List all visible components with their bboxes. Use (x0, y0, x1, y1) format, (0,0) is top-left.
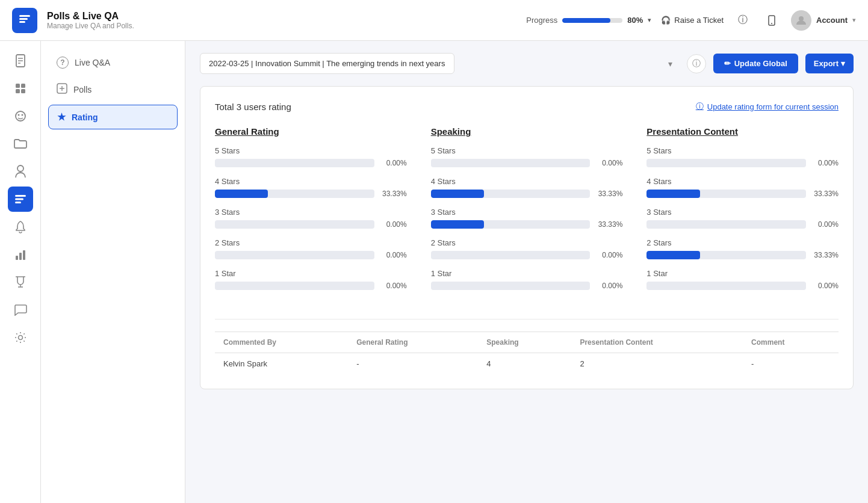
sidebar-icon-settings[interactable] (8, 325, 33, 350)
bar-row: 33.33% (646, 190, 839, 198)
session-info-btn[interactable]: ⓘ (687, 54, 706, 73)
sidebar-icon-bell[interactable] (8, 214, 33, 239)
svg-rect-20 (15, 202, 21, 203)
bar-track (431, 159, 591, 167)
star-row: 1 Star0.00% (646, 269, 839, 290)
sidebar-icon-folder[interactable] (8, 131, 33, 156)
bar-row: 0.00% (646, 159, 839, 167)
table-body: Kelvin Spark-42- (215, 353, 839, 375)
progress-label: Progress (526, 16, 557, 25)
star-label: 3 Stars (215, 208, 407, 217)
bar-row: 33.33% (646, 251, 839, 259)
star-label: 1 Star (431, 269, 623, 278)
rating-columns: General Rating5 Stars0.00%4 Stars33.33%3… (215, 126, 839, 300)
session-select-wrap: 2022-03-25 | Innovation Summit | The eme… (200, 53, 680, 74)
sidebar-icon-chat[interactable] (8, 297, 33, 322)
sidebar-icon-document[interactable] (8, 48, 33, 73)
bar-row: 0.00% (431, 159, 623, 167)
star-row: 5 Stars0.00% (431, 146, 623, 167)
raise-ticket-btn[interactable]: 🎧 Raise a Ticket (661, 16, 724, 25)
rating-col-title: Presentation Content (646, 126, 839, 137)
bar-track (215, 282, 374, 290)
star-label: 3 Stars (646, 208, 839, 217)
bar-row: 0.00% (431, 282, 623, 290)
bar-track (646, 190, 806, 198)
sidebar-icon-list[interactable] (8, 187, 33, 212)
svg-point-26 (18, 336, 22, 340)
bar-pct: 0.00% (812, 159, 839, 167)
star-row: 1 Star0.00% (215, 269, 407, 290)
star-row: 4 Stars33.33% (431, 177, 623, 198)
star-label: 1 Star (646, 269, 839, 278)
rating-panel: Total 3 users rating ⓘ Update rating for… (200, 86, 854, 389)
table-cell: Kelvin Spark (215, 353, 348, 375)
star-row: 2 Stars33.33% (646, 238, 839, 259)
sidebar-item-live-qa[interactable]: ? Live Q&A (48, 51, 178, 75)
star-row: 5 Stars0.00% (646, 146, 839, 167)
sidebar-item-rating[interactable]: ★ Rating (48, 105, 178, 129)
main-layout: ? Live Q&A Polls ★ Rating 2022-03-25 | I… (0, 41, 868, 503)
svg-point-15 (17, 114, 19, 116)
content-area: 2022-03-25 | Innovation Summit | The eme… (185, 41, 868, 503)
mobile-icon-btn[interactable] (762, 11, 781, 30)
svg-rect-1 (19, 18, 28, 20)
svg-rect-12 (16, 89, 20, 93)
update-rating-link[interactable]: ⓘ Update rating form for current session (696, 101, 839, 112)
table-header-row: Commented ByGeneral RatingSpeakingPresen… (215, 332, 839, 353)
progress-percent: 80% (627, 16, 643, 25)
update-global-btn[interactable]: ✏ Update Global (713, 54, 798, 73)
bar-track (431, 190, 591, 198)
bar-pct: 0.00% (812, 282, 839, 290)
rating-table: Commented ByGeneral RatingSpeakingPresen… (215, 332, 839, 374)
sidebar-icon-person[interactable] (8, 159, 33, 184)
rating-header: Total 3 users rating ⓘ Update rating for… (215, 101, 839, 112)
star-label: 4 Stars (215, 177, 407, 186)
star-row: 3 Stars0.00% (215, 208, 407, 229)
star-label: 2 Stars (215, 238, 407, 247)
session-bar: 2022-03-25 | Innovation Summit | The eme… (200, 53, 854, 74)
star-row: 3 Stars33.33% (431, 208, 623, 229)
bar-track (646, 220, 806, 229)
bar-track (215, 159, 374, 167)
rating-col: General Rating5 Stars0.00%4 Stars33.33%3… (215, 126, 407, 300)
account-btn[interactable]: Account ▾ (791, 10, 856, 31)
progress-bar (562, 18, 622, 23)
bar-track (646, 251, 806, 259)
svg-rect-18 (15, 195, 26, 197)
rating-icon: ★ (57, 111, 66, 123)
svg-rect-10 (16, 84, 20, 88)
svg-point-16 (21, 114, 23, 116)
sidebar-item-polls[interactable]: Polls (48, 77, 178, 102)
avatar (791, 10, 811, 31)
session-select[interactable]: 2022-03-25 | Innovation Summit | The eme… (200, 53, 454, 74)
progress-dropdown[interactable]: ▾ (648, 16, 651, 24)
bar-row: 0.00% (646, 282, 839, 290)
app-title: Polls & Live QA (47, 11, 516, 22)
sidebar-icon-trophy[interactable] (8, 270, 33, 295)
star-row: 1 Star0.00% (431, 269, 623, 290)
export-dropdown-icon: ▾ (841, 59, 845, 68)
sidebar-icon-grid[interactable] (8, 76, 33, 101)
sidebar-icons (0, 41, 41, 503)
sidebar-item-label-rating: Rating (72, 113, 98, 122)
svg-rect-13 (21, 89, 25, 93)
svg-rect-11 (21, 84, 25, 88)
bar-pct: 33.33% (596, 220, 622, 229)
svg-rect-19 (15, 199, 23, 200)
export-btn[interactable]: Export ▾ (805, 54, 854, 73)
star-label: 3 Stars (431, 208, 623, 217)
sidebar-icon-palette[interactable] (8, 103, 33, 129)
table-col-header: Commented By (215, 332, 348, 353)
progress-bar-fill (562, 18, 610, 23)
live-qa-icon: ? (57, 57, 69, 69)
sidebar-icon-chart[interactable] (8, 242, 33, 267)
bar-pct: 0.00% (380, 282, 407, 290)
star-row: 5 Stars0.00% (215, 146, 407, 167)
bar-track (431, 282, 591, 290)
bar-pct: 33.33% (812, 190, 839, 198)
star-row: 3 Stars0.00% (646, 208, 839, 229)
info-icon-btn[interactable]: ⓘ (733, 11, 752, 30)
table-cell: - (348, 353, 478, 375)
sidebar-item-label-live-qa: Live Q&A (75, 58, 110, 67)
bar-track (646, 159, 806, 167)
